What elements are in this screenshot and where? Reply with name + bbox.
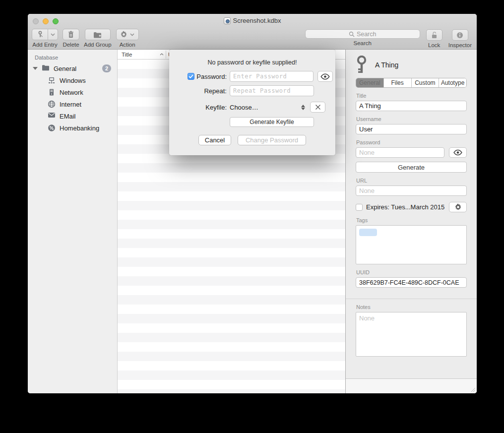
sidebar-section-header: Database: [28, 54, 117, 62]
column-header-title[interactable]: Title: [118, 52, 166, 58]
uuid-field[interactable]: [356, 277, 467, 288]
tags-field-label: Tags: [356, 217, 467, 223]
table-row[interactable]: [118, 191, 345, 201]
table-row[interactable]: [118, 380, 345, 389]
cancel-button[interactable]: Cancel: [198, 135, 231, 145]
inspector-toolbar-item: Inspector: [448, 29, 472, 48]
table-row[interactable]: [118, 323, 345, 333]
dialog-repeat-label: Repeat:: [204, 87, 227, 95]
password-field[interactable]: [356, 147, 444, 158]
tab-autotype[interactable]: Autotype: [439, 78, 466, 87]
add-entry-button[interactable]: [32, 29, 48, 40]
sidebar-item-label: Network: [60, 89, 83, 96]
table-row[interactable]: [118, 220, 345, 229]
table-row[interactable]: [118, 305, 345, 314]
keyfile-dropdown[interactable]: Choose…: [230, 104, 306, 111]
search-placeholder: Search: [357, 31, 377, 38]
table-row[interactable]: [118, 361, 345, 371]
entry-title: A Thing: [375, 61, 398, 69]
notes-field[interactable]: [356, 312, 467, 357]
table-row[interactable]: [118, 314, 345, 323]
inspector-button[interactable]: [452, 29, 468, 41]
inspector-divider: [346, 299, 477, 299]
generate-keyfile-button[interactable]: Generate Keyfile: [230, 117, 314, 127]
close-x-icon: [315, 104, 321, 110]
delete-button[interactable]: [63, 29, 79, 40]
table-row[interactable]: [118, 295, 345, 305]
table-row[interactable]: [118, 286, 345, 295]
chevron-down-icon: [130, 33, 134, 36]
sidebar-item-label: General: [54, 65, 76, 72]
table-row[interactable]: [118, 342, 345, 352]
dialog-reveal-password-button[interactable]: [317, 71, 333, 82]
notes-field-label: Notes: [356, 304, 467, 310]
uuid-field-label: UUID: [356, 269, 467, 275]
dialog-password-input[interactable]: [230, 71, 314, 82]
delete-toolbar-item: Delete: [63, 29, 79, 48]
table-row[interactable]: [118, 371, 345, 380]
window-title: Screenshot.kdbx: [233, 17, 281, 24]
expires-checkbox[interactable]: [356, 204, 363, 211]
trash-icon: [67, 31, 74, 38]
reveal-password-button[interactable]: [449, 147, 467, 158]
clear-keyfile-button[interactable]: [310, 102, 325, 113]
table-row[interactable]: [118, 182, 345, 191]
keyfile-dropdown-value: Choose…: [230, 104, 258, 111]
sidebar-item-label: Windows: [60, 77, 86, 84]
sidebar-item-network[interactable]: Network: [28, 86, 117, 98]
tags-field[interactable]: [356, 225, 467, 264]
tab-files[interactable]: Files: [384, 78, 412, 87]
table-row[interactable]: [118, 389, 345, 393]
table-row[interactable]: [118, 267, 345, 276]
sidebar-item-homebanking[interactable]: Homebanking: [28, 122, 117, 134]
password-field-label: Password: [356, 139, 467, 145]
dialog-message: No password or keyfile supplied!: [169, 59, 335, 66]
table-row[interactable]: [118, 333, 345, 342]
entry-count-badge: 2: [102, 64, 111, 72]
dialog-repeat-input[interactable]: [230, 85, 314, 96]
sidebar-item-general[interactable]: General 2: [28, 62, 117, 74]
table-row[interactable]: [118, 173, 345, 182]
key-icon: [356, 56, 368, 74]
sidebar-item-label: Internet: [60, 101, 81, 108]
tab-general[interactable]: General: [356, 78, 384, 87]
resize-grip[interactable]: [471, 387, 476, 392]
sidebar-item-windows[interactable]: Windows: [28, 74, 117, 86]
table-row[interactable]: [118, 210, 345, 220]
sort-ascending-icon: [160, 53, 164, 56]
lock-button[interactable]: [426, 29, 442, 41]
password-checkbox[interactable]: [188, 73, 194, 80]
title-field[interactable]: [356, 101, 467, 111]
table-row[interactable]: [118, 248, 345, 257]
url-field-label: URL: [356, 178, 467, 184]
change-password-button[interactable]: Change Password: [238, 135, 306, 145]
inspector-tabs: General Files Custom Autotype: [356, 78, 467, 88]
expires-settings-button[interactable]: [449, 202, 467, 212]
table-row[interactable]: [118, 276, 345, 286]
sidebar-item-internet[interactable]: Internet: [28, 98, 117, 110]
inspector-panel: A Thing General Files Custom Autotype Ti…: [345, 50, 477, 393]
table-row[interactable]: [118, 239, 345, 248]
generate-password-button[interactable]: Generate: [356, 162, 467, 173]
table-row[interactable]: [118, 201, 345, 210]
url-field[interactable]: [356, 186, 467, 196]
table-row[interactable]: [118, 257, 345, 267]
action-toolbar-item: Action: [116, 29, 139, 48]
tab-custom[interactable]: Custom: [412, 78, 440, 87]
tag-token[interactable]: [359, 229, 377, 236]
table-row[interactable]: [118, 163, 345, 173]
add-group-button[interactable]: [85, 29, 111, 40]
table-row[interactable]: [118, 352, 345, 361]
title-field-label: Title: [356, 93, 467, 99]
search-toolbar-item: Search Search: [305, 29, 420, 46]
sidebar-item-email[interactable]: EMail: [28, 110, 117, 122]
username-field[interactable]: [356, 124, 467, 134]
eye-icon: [453, 149, 463, 156]
add-entry-dropdown-button[interactable]: [48, 29, 58, 40]
action-button[interactable]: [116, 29, 139, 40]
search-input[interactable]: Search: [305, 29, 420, 39]
gear-icon: [454, 203, 462, 211]
table-row[interactable]: [118, 229, 345, 239]
disclosure-triangle-icon[interactable]: [33, 67, 38, 70]
add-entry-label: Add Entry: [32, 42, 58, 48]
